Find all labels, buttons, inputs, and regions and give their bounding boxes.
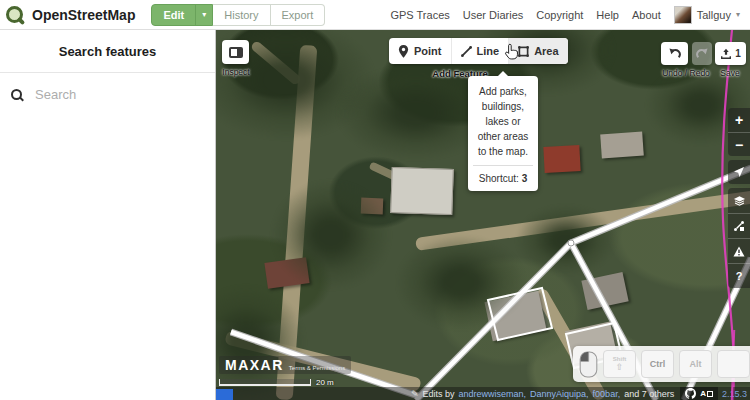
- help-button[interactable]: ?: [728, 263, 750, 288]
- zoom-out-button[interactable]: −: [728, 132, 750, 156]
- github-octocat-icon[interactable]: [685, 388, 696, 399]
- map-panels-toolbar: ?: [728, 188, 750, 288]
- edits-prefix: Edits by: [423, 389, 455, 399]
- history-button[interactable]: History: [213, 4, 270, 26]
- undo-icon: [668, 47, 681, 60]
- map-data-icon: [733, 220, 745, 232]
- editor-link[interactable]: f00bar,: [593, 389, 621, 399]
- imagery-terms-link[interactable]: Terms & Permissions: [289, 365, 345, 371]
- edit-button-label[interactable]: Edit: [152, 5, 195, 25]
- area-tooltip: Add parks, buildings, lakes or other are…: [468, 76, 538, 191]
- navigation-arrow-icon: [733, 166, 745, 178]
- edit-dropdown-caret-icon[interactable]: ▾: [195, 5, 212, 25]
- point-button-label: Point: [414, 45, 442, 57]
- area-icon: [518, 46, 529, 57]
- zoom-in-button[interactable]: +: [728, 108, 750, 132]
- hand-cursor-icon: [504, 43, 519, 60]
- editor-version-link[interactable]: 2.15.3: [722, 389, 747, 399]
- scale-label: 20 m: [316, 378, 334, 387]
- imagery-attribution[interactable]: MAXAR Terms & Permissions: [219, 356, 351, 374]
- shift-key: Shift ⇧: [603, 350, 636, 378]
- editor-link[interactable]: DannyAiquipa,: [530, 389, 589, 399]
- background-settings-button[interactable]: [728, 188, 750, 213]
- shortcut-label: Shortcut:: [479, 173, 519, 184]
- bottom-bar-blue-badge: [216, 389, 233, 400]
- header-button-group: Edit ▾ History Export: [151, 4, 325, 26]
- nav-copyright[interactable]: Copyright: [536, 9, 583, 21]
- add-point-button[interactable]: Point: [389, 38, 452, 64]
- translate-icon[interactable]: A: [700, 389, 713, 398]
- header-nav: GPS Traces User Diaries Copyright Help A…: [390, 6, 740, 24]
- mouse-icon: [579, 351, 598, 378]
- geolocate-button[interactable]: [728, 160, 750, 184]
- search-row[interactable]: [0, 73, 215, 116]
- save-label: Save: [713, 68, 747, 78]
- nav-user-diaries[interactable]: User Diaries: [463, 9, 524, 21]
- map-data-button[interactable]: [728, 213, 750, 238]
- line-icon: [461, 46, 472, 57]
- edits-suffix: and 7 others: [624, 389, 674, 399]
- scale-bar: [219, 379, 311, 386]
- line-button-label: Line: [477, 45, 500, 57]
- maxar-logo[interactable]: MAXAR: [225, 357, 284, 373]
- area-button-label: Area: [534, 45, 558, 57]
- shift-arrow-glyph: ⇧: [616, 363, 624, 372]
- undo-redo-label: Undo / Redo: [653, 68, 719, 78]
- keycast-overlay: Shift ⇧ Ctrl Alt: [573, 346, 750, 382]
- inspect-icon: [229, 47, 243, 58]
- username[interactable]: Tallguy: [697, 9, 731, 21]
- search-input[interactable]: [33, 86, 193, 103]
- user-dropdown-caret-icon[interactable]: ▾: [736, 10, 740, 19]
- footer-icon-group: A: [680, 387, 718, 400]
- inspect-button[interactable]: [222, 40, 249, 64]
- redo-button[interactable]: [692, 42, 712, 65]
- inspect-label: Inspect: [216, 67, 256, 77]
- avatar[interactable]: [674, 6, 692, 24]
- add-line-button[interactable]: Line: [452, 38, 510, 64]
- undo-button[interactable]: [661, 42, 688, 65]
- edit-split-button[interactable]: Edit ▾: [151, 4, 213, 26]
- edits-icon: ✎: [411, 389, 419, 399]
- brand-title: OpenStreetMap: [32, 7, 135, 23]
- zoom-controls: + −: [728, 108, 750, 156]
- map-canvas[interactable]: Inspect Point Line Area Add Feature Add …: [216, 30, 750, 400]
- nav-gps-traces[interactable]: GPS Traces: [390, 9, 449, 21]
- alt-key: Alt: [679, 350, 712, 378]
- tooltip-body: Add parks, buildings, lakes or other are…: [473, 84, 533, 159]
- shortcut-key: 3: [522, 173, 528, 184]
- layers-icon: [733, 195, 746, 207]
- save-upload-icon: [720, 48, 732, 60]
- openstreetmap-logo-icon: [6, 5, 26, 25]
- add-feature-toolbar: Point Line Area: [389, 38, 568, 64]
- nav-help[interactable]: Help: [596, 9, 619, 21]
- user-menu[interactable]: Tallguy ▾: [674, 6, 740, 24]
- export-button[interactable]: Export: [271, 4, 326, 26]
- save-count-badge: 1: [735, 48, 741, 59]
- geolocate-control: [728, 160, 750, 184]
- map-status-bar: ✎ Edits by andrewwiseman, DannyAiquipa, …: [216, 387, 750, 400]
- tooltip-shortcut: Shortcut: 3: [473, 165, 533, 186]
- issues-button[interactable]: [728, 238, 750, 263]
- save-button[interactable]: 1: [715, 42, 746, 65]
- search-sidebar: Search features: [0, 30, 216, 400]
- ctrl-key: Ctrl: [641, 350, 674, 378]
- editor-link[interactable]: andrewwiseman,: [459, 389, 527, 399]
- point-pin-icon: [398, 45, 409, 58]
- blank-key: [717, 350, 750, 378]
- sidebar-title: Search features: [0, 30, 215, 72]
- search-icon: [10, 88, 24, 102]
- top-header: OpenStreetMap Edit ▾ History Export GPS …: [0, 0, 750, 30]
- nav-about[interactable]: About: [632, 9, 661, 21]
- road-node: [568, 240, 574, 246]
- redo-icon: [696, 47, 709, 60]
- warning-triangle-icon: [733, 246, 745, 257]
